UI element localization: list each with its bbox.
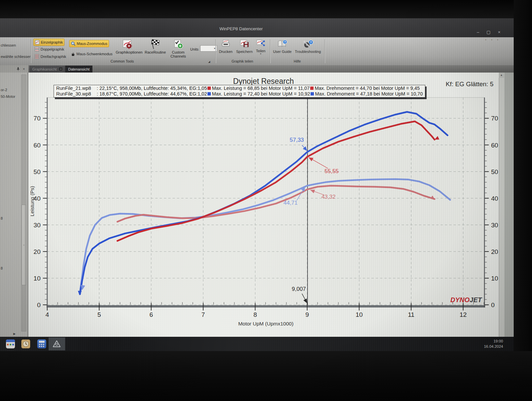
restore-button[interactable]: ▢ bbox=[486, 30, 490, 34]
troubleshooting-button[interactable]: ? Troubleshooting bbox=[294, 39, 322, 54]
group-separator bbox=[31, 39, 31, 63]
pin-icon[interactable]: ▪ bbox=[485, 38, 486, 42]
graph-options-gear-icon bbox=[122, 39, 132, 49]
sidebar-scrollbar[interactable]: ≡ bbox=[21, 75, 26, 331]
taskbar-app-files[interactable] bbox=[6, 339, 15, 348]
sidebar-scrollbar-thumb[interactable]: ≡ bbox=[22, 205, 26, 285]
speichern-button[interactable]: Speichern bbox=[235, 39, 254, 54]
drucken-button[interactable]: Drucken bbox=[217, 39, 235, 54]
run-conditions: : 18,67°C, 970,00Mb, Luftfeuchte: 44,67%… bbox=[97, 91, 207, 97]
taskbar-clock[interactable]: 19:00 16.04.2024 bbox=[484, 338, 503, 349]
vertical-scrollbar[interactable] bbox=[499, 73, 504, 337]
svg-text:9: 9 bbox=[306, 311, 309, 318]
svg-text:50: 50 bbox=[491, 168, 498, 175]
svg-text:7: 7 bbox=[201, 311, 205, 318]
dreifachgraphik-button[interactable]: Dreifachgraphik bbox=[33, 53, 67, 60]
max-leistung: Max. Leistung = 68,85 bei Motor UpM = 11… bbox=[212, 86, 310, 91]
chart-annotation: 55,55 bbox=[325, 168, 339, 174]
max-drehmoment: Max. Drehmoment = 47,18 bei Motor UpM = … bbox=[315, 91, 423, 97]
svg-text:10: 10 bbox=[34, 275, 41, 282]
refresh-icon[interactable]: ▪ bbox=[491, 38, 492, 42]
minimize-button[interactable]: – bbox=[477, 30, 479, 34]
svg-text:12: 12 bbox=[460, 311, 466, 318]
taskbar-app-winpep[interactable] bbox=[52, 339, 61, 348]
grip-icon: ≡ bbox=[23, 244, 24, 246]
svg-text:20: 20 bbox=[491, 248, 498, 255]
close-button[interactable]: × bbox=[498, 30, 500, 34]
svg-text:Motor UpM (Upmx1000): Motor UpM (Upmx1000) bbox=[238, 321, 293, 326]
tab-graphikansicht[interactable]: Graphikansicht × bbox=[29, 66, 66, 73]
group-label-graphik-teilen: Graphik teilen bbox=[216, 59, 269, 63]
ausgewaehlte-schliessen-button[interactable]: ewählte schliessen bbox=[1, 55, 31, 59]
svg-text:0: 0 bbox=[491, 301, 495, 308]
magnifier-icon bbox=[71, 41, 75, 46]
taskbar-app-clock[interactable] bbox=[21, 339, 30, 348]
expand-icon[interactable]: ▶ bbox=[13, 332, 16, 335]
legend-row-run30: RunFile_30.wp8 : 18,67°C, 970,00Mb, Luft… bbox=[56, 91, 423, 97]
desktop-gap bbox=[504, 73, 514, 337]
chart-legend: RunFile_21.wp8 : 22,15°C, 958,00Mb, Luft… bbox=[54, 85, 425, 98]
pin-icon[interactable] bbox=[17, 67, 20, 71]
svg-text:10: 10 bbox=[356, 311, 363, 318]
svg-text:10: 10 bbox=[491, 275, 498, 282]
svg-text:60: 60 bbox=[491, 142, 498, 149]
chevron-down-icon[interactable]: ▼ bbox=[253, 53, 268, 55]
quick-access-icons: ▪ ▪ ▪ bbox=[485, 38, 498, 42]
svg-text:20: 20 bbox=[34, 248, 41, 255]
double-graph-icon bbox=[35, 47, 39, 52]
dyno-chart[interactable]: 4567891011120010102020303040405050606070… bbox=[28, 73, 499, 337]
sidebar-item[interactable]: 50-Motor bbox=[1, 95, 15, 99]
graphikoptionen-button[interactable]: Graphikoptionen bbox=[116, 39, 139, 54]
raceroutine-button[interactable]: RaceRoutine bbox=[144, 39, 167, 54]
sidebar-item[interactable]: 8 bbox=[1, 266, 3, 270]
taskbar-app-calculator[interactable] bbox=[37, 339, 46, 348]
units-dropdown[interactable]: ▼ bbox=[200, 45, 217, 52]
max-leistung: Max. Leistung = 72,40 bei Motor UpM = 10… bbox=[212, 91, 310, 97]
schliessen-button[interactable]: chliessen bbox=[1, 43, 16, 47]
runfile-name: RunFile_30.wp8 bbox=[56, 91, 97, 97]
help-icon[interactable]: ▪ bbox=[497, 38, 498, 42]
user-guide-button[interactable]: ? User Guide bbox=[272, 39, 293, 54]
einzelgraphik-button[interactable]: Einzelgraphik bbox=[33, 39, 65, 46]
calculator-icon bbox=[37, 339, 46, 348]
chart-annotation: 43,32 bbox=[322, 194, 336, 200]
svg-text:?: ? bbox=[310, 41, 312, 44]
legend-color-swatch bbox=[207, 87, 211, 90]
teilen-button[interactable]: Teilen ▼ bbox=[253, 39, 268, 55]
svg-text:4: 4 bbox=[46, 311, 49, 318]
svg-text:5: 5 bbox=[97, 311, 101, 318]
maus-schwenkmodus-button[interactable]: Maus-Schwenkmodus bbox=[69, 51, 114, 57]
monitor-bezel-top bbox=[0, 0, 532, 18]
svg-text:40: 40 bbox=[491, 195, 498, 202]
tab-bar: × Graphikansicht × Datenansicht bbox=[0, 65, 514, 73]
close-panel-icon[interactable]: × bbox=[23, 67, 25, 71]
custom-channels-icon bbox=[173, 39, 183, 49]
tab-close-icon[interactable]: × bbox=[59, 67, 63, 71]
date: 16.04.2024 bbox=[484, 344, 503, 349]
chart-panel: Dynojet Research Kf: EG Glätten: 5 RunFi… bbox=[28, 73, 499, 337]
ribbon-toolbar: chliessen ewählte schliessen Einzelgraph… bbox=[0, 37, 514, 66]
svg-text:Leistung (Ps): Leistung (Ps) bbox=[29, 186, 35, 216]
legend-row-run21: RunFile_21.wp8 : 22,15°C, 958,00Mb, Luft… bbox=[56, 86, 423, 91]
sidebar-item[interactable]: 8 bbox=[1, 216, 3, 220]
app-title: WinPEP8 Datencenter bbox=[0, 26, 482, 31]
custom-channels-button[interactable]: Custom Channels bbox=[168, 39, 189, 58]
group-label-common-tools: Common Tools bbox=[32, 59, 213, 63]
monitor-photo: WinPEP8 Datencenter – ▢ × ▪ ▪ ▪ chliesse… bbox=[0, 0, 532, 401]
sidebar-item[interactable]: or-2 bbox=[1, 88, 7, 92]
units-label: Units bbox=[190, 47, 199, 51]
group-separator bbox=[215, 39, 216, 63]
monitor-bezel-right bbox=[514, 0, 532, 401]
taskbar: 19:00 16.04.2024 bbox=[0, 337, 514, 351]
doppelgraphik-button[interactable]: Doppelgraphik bbox=[33, 46, 66, 53]
scroll-up-icon[interactable]: ▲ bbox=[499, 73, 504, 78]
svg-text:50: 50 bbox=[34, 168, 41, 175]
troubleshooting-wrench-icon: ? bbox=[303, 39, 313, 49]
svg-text:30: 30 bbox=[491, 222, 498, 229]
titlebar: WinPEP8 Datencenter – ▢ × bbox=[0, 18, 514, 37]
maus-zoommodus-button[interactable]: Maus-Zoommodus bbox=[69, 40, 109, 47]
dialog-launcher-icon[interactable]: ◢ bbox=[208, 60, 210, 63]
run-conditions: : 22,15°C, 958,00Mb, Luftfeuchte: 45,34%… bbox=[97, 86, 207, 91]
chart-annotation: 44,71 bbox=[283, 200, 298, 206]
tab-datenansicht[interactable]: Datenansicht bbox=[65, 66, 92, 73]
